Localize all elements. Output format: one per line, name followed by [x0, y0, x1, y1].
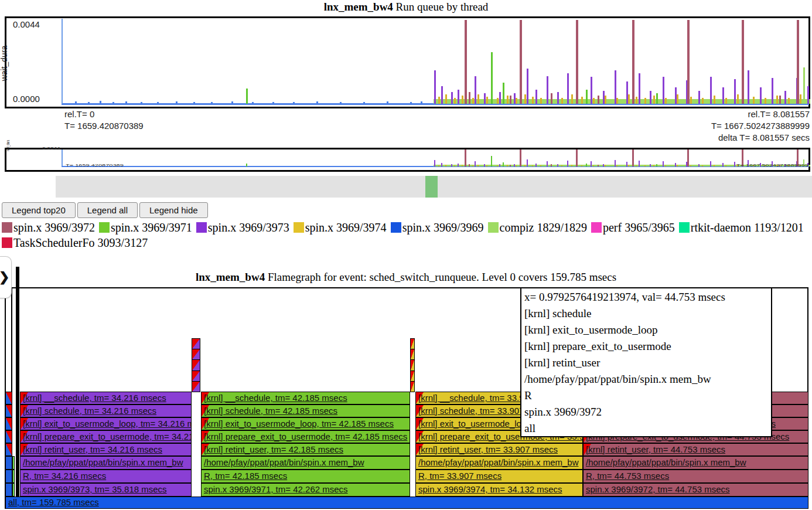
mini-spike	[477, 165, 479, 166]
mini-spike	[603, 164, 604, 166]
run-queue-spike	[551, 93, 552, 104]
flame-cell[interactable]: [krnl] exit_to_usermode_loop, tm= 34.216…	[20, 417, 192, 430]
flame-cell-label: spin.x 3969/3972, tm= 44.753 msecs	[584, 484, 808, 495]
run-queue-spike	[157, 102, 159, 104]
flame-spike-cell[interactable]	[410, 338, 415, 349]
tooltip-line: x= 0.9792576419213974, val= 44.753 msecs	[524, 289, 768, 305]
flame-cell[interactable]: [krnl] exit_to_usermode_loop, tm= 42.185…	[201, 417, 410, 430]
run-queue-spike	[561, 98, 563, 104]
flame-spike-cell[interactable]	[192, 381, 200, 392]
flame-cell-sliver[interactable]	[12, 456, 15, 470]
flame-spike-cell[interactable]	[410, 359, 415, 370]
flame-cell[interactable]: [krnl] retint_user, tm= 42.185 msecs	[201, 443, 410, 456]
flame-cell-edge[interactable]	[5, 483, 12, 497]
run-queue-title-text: Run queue by thread	[393, 1, 489, 13]
flame-cell-edge[interactable]	[5, 404, 12, 417]
flame-cell-edge[interactable]	[5, 456, 12, 470]
legend-item[interactable]: spin.x 3969/3971	[99, 220, 192, 235]
legend-item[interactable]: compiz 1829/1829	[488, 220, 587, 235]
flame-cell[interactable]: spin.x 3969/3971, tm= 42.262 msecs	[201, 483, 410, 497]
flame-spike-cell[interactable]	[192, 338, 200, 349]
run-queue-title: lnx_mem_bw4 Run queue by thread	[0, 1, 812, 13]
flame-cell-edge[interactable]	[5, 430, 12, 443]
flame-cell-edge[interactable]	[5, 470, 12, 483]
flame-cell[interactable]: spin.x 3969/3972, tm= 44.753 msecs	[583, 483, 808, 497]
flame-cell-edge[interactable]	[5, 417, 12, 430]
legend-item[interactable]: TaskSchedulerFo 3093/3127	[2, 235, 148, 250]
flame-cell-sliver[interactable]	[12, 483, 15, 497]
flame-cell-edge[interactable]	[5, 392, 12, 404]
flame-cell-sliver[interactable]	[12, 470, 15, 483]
run-queue-spike	[516, 98, 517, 104]
mini-spike	[650, 164, 651, 166]
legend-all-button[interactable]: Legend all	[77, 202, 138, 218]
flame-cell-label: R, tm= 42.185 msecs	[202, 470, 410, 482]
tooltip-line: [krnl] schedule	[524, 305, 768, 322]
run-queue-spike	[591, 77, 592, 104]
flame-spike-cell[interactable]	[192, 349, 200, 360]
legend-item[interactable]: spin.x 3969/3972	[2, 220, 95, 235]
flame-spike-cell[interactable]	[192, 370, 200, 382]
run-queue-spike	[760, 87, 762, 104]
run-queue-spike	[491, 52, 493, 104]
flame-cell[interactable]: /home/pfay/ppat/ppat/bin/spin.x mem_bw	[583, 456, 808, 470]
flame-cell[interactable]: /home/pfay/ppat/ppat/bin/spin.x mem_bw	[201, 456, 410, 470]
flame-cell[interactable]: [krnl] __schedule, tm= 42.185 msecs	[201, 392, 410, 404]
flame-cell[interactable]: [krnl] prepare_exit_to_usermode, tm= 34.…	[20, 430, 192, 443]
flame-cell[interactable]: R, tm= 33.907 msecs	[415, 470, 583, 483]
flame-cell[interactable]: /home/pfay/ppat/ppat/bin/spin.x mem_bw	[415, 456, 583, 470]
flame-cell-edge[interactable]	[5, 443, 12, 456]
legend-item[interactable]: rtkit-daemon 1193/1201	[679, 220, 804, 235]
legend-swatch	[2, 222, 12, 233]
flame-spike-cell[interactable]	[410, 381, 415, 392]
run-queue-spike	[803, 67, 805, 104]
run-queue-spike	[653, 96, 655, 104]
flame-spike-cell[interactable]	[192, 359, 200, 370]
mini-spike	[675, 163, 676, 166]
flame-cell[interactable]: R, tm= 34.216 msecs	[20, 470, 192, 483]
mini-spike	[193, 166, 195, 166]
legend-item[interactable]: spin.x 3969/3969	[391, 220, 484, 235]
legend-top20-button[interactable]: Legend top20	[2, 202, 76, 218]
tooltip-line: [krnl] exit_to_usermode_loop	[524, 322, 768, 338]
mini-spike	[231, 166, 233, 166]
mini-spike	[507, 165, 508, 166]
mini-spike	[639, 161, 640, 166]
mini-spike	[734, 162, 735, 166]
legend-swatch	[488, 222, 499, 233]
flame-cell-label: [krnl] retint_user, tm= 44.753 msecs	[584, 444, 808, 455]
flame-cell[interactable]: [krnl] schedule, tm= 42.185 msecs	[201, 404, 410, 417]
legend-hide-button[interactable]: Legend hide	[139, 202, 208, 218]
flame-cell[interactable]: R, tm= 44.753 msecs	[583, 470, 808, 483]
flame-cell[interactable]: [krnl] prepare_exit_to_usermode, tm= 42.…	[201, 430, 410, 443]
flame-cell[interactable]: spin.x 3969/3974, tm= 34.132 msecs	[415, 483, 583, 497]
mini-spike	[491, 156, 492, 166]
flame-cell[interactable]: R, tm= 42.185 msecs	[201, 470, 410, 483]
flame-cell[interactable]: [krnl] schedule, tm= 34.216 msecs	[20, 404, 192, 417]
run-queue-spike	[586, 90, 588, 104]
legend-item[interactable]: perf 3965/3965	[591, 220, 675, 235]
flame-spike-cell[interactable]	[410, 349, 415, 360]
mini-spike	[698, 164, 700, 166]
flame-cell[interactable]: [krnl] retint_user, tm= 34.216 msecs	[20, 443, 192, 456]
flame-cell-all[interactable]: all, tm= 159.785 msecs	[5, 497, 808, 509]
flame-cell[interactable]: [krnl] retint_user, tm= 33.907 msecs	[415, 443, 583, 456]
run-queue-spike	[776, 96, 778, 104]
flame-cell[interactable]: spin.x 3969/3973, tm= 35.818 msecs	[20, 483, 192, 497]
legend-item[interactable]: spin.x 3969/3973	[196, 220, 289, 235]
mini-spike	[710, 161, 711, 166]
mini-spike	[677, 165, 678, 166]
mini-chart[interactable]	[5, 148, 810, 172]
run-queue-spike	[462, 96, 463, 104]
flame-cell[interactable]: [krnl] __schedule, tm= 34.216 msecs	[20, 392, 192, 404]
run-queue-spike	[507, 96, 509, 104]
run-queue-spike	[650, 91, 651, 104]
flame-spike-cell[interactable]	[410, 370, 415, 382]
sidebar-expand-button[interactable]: ❯	[0, 256, 12, 298]
legend-item[interactable]: spin.x 3969/3974	[294, 220, 387, 235]
flame-cell[interactable]: /home/pfay/ppat/ppat/bin/spin.x mem_bw	[20, 456, 192, 470]
time-scrollbar-handle[interactable]	[425, 176, 438, 198]
run-queue-spike	[598, 96, 599, 104]
flame-cell[interactable]: [krnl] retint_user, tm= 44.753 msecs	[583, 443, 808, 456]
mini-spike	[421, 166, 422, 166]
